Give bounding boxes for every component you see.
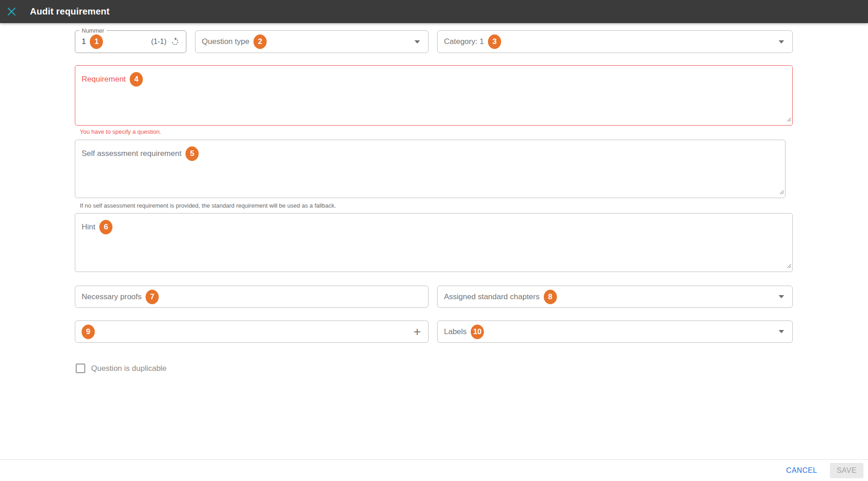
resize-grip-icon[interactable] (786, 262, 791, 271)
question-duplicable-label: Question is duplicable (91, 364, 166, 373)
footer-actions: CANCEL SAVE (780, 460, 863, 481)
category-select[interactable]: Category: 1 3 (437, 30, 793, 53)
add-entry-input[interactable]: 9 + (75, 321, 429, 343)
som-badge-10: 10 (471, 325, 484, 339)
hint-textarea[interactable]: Hint 6 (75, 213, 793, 272)
chevron-down-icon (779, 330, 784, 333)
resize-grip-icon[interactable] (779, 188, 784, 197)
requirement-label: Requirement (82, 75, 126, 84)
assigned-standard-chapters-label: Assigned standard chapters (444, 292, 540, 301)
chevron-down-icon (414, 40, 420, 44)
question-type-select[interactable]: Question type 2 (195, 30, 429, 53)
self-assessment-textarea[interactable]: Self assessment requirement 5 (75, 140, 785, 198)
dialog-title: Audit requirement (30, 6, 110, 17)
plus-icon[interactable]: + (414, 326, 421, 338)
category-label: Category: 1 (444, 37, 484, 46)
som-badge-8: 8 (544, 290, 557, 304)
nummer-field[interactable]: Nummer 1 1 (1-1) (75, 30, 186, 53)
resize-grip-icon[interactable] (786, 115, 791, 124)
requirement-error-text: You have to specify a question. (80, 128, 161, 135)
self-assessment-helper-text: If no self assessment requirement is pro… (80, 202, 336, 209)
som-badge-5: 5 (185, 146, 199, 161)
necessary-proofs-input[interactable]: Necessary proofs 7 (75, 286, 429, 308)
hint-label: Hint (82, 223, 95, 232)
assigned-standard-chapters-select[interactable]: Assigned standard chapters 8 (437, 286, 793, 308)
close-icon[interactable] (6, 7, 16, 17)
som-badge-3: 3 (488, 34, 501, 49)
refresh-icon[interactable] (171, 37, 180, 46)
save-button[interactable]: SAVE (830, 463, 863, 478)
som-badge-2: 2 (254, 34, 267, 49)
cancel-button[interactable]: CANCEL (780, 463, 824, 478)
labels-label: Labels (444, 327, 467, 336)
som-badge-9: 9 (82, 325, 95, 339)
nummer-label: Nummer (79, 27, 107, 34)
som-badge-6: 6 (99, 220, 112, 234)
labels-select[interactable]: Labels 10 (437, 321, 793, 343)
footer-divider (0, 459, 868, 460)
question-type-label: Question type (202, 37, 249, 46)
question-duplicable-row: Question is duplicable (76, 364, 166, 373)
chevron-down-icon (779, 295, 784, 298)
dialog-header: Audit requirement (0, 0, 868, 23)
self-assessment-label: Self assessment requirement (82, 149, 181, 158)
nummer-value: 1 (82, 37, 86, 46)
requirement-textarea[interactable]: Requirement 4 (75, 65, 793, 126)
som-badge-7: 7 (146, 290, 159, 304)
question-duplicable-checkbox[interactable] (76, 364, 85, 373)
necessary-proofs-label: Necessary proofs (82, 292, 141, 301)
nummer-range-hint: (1-1) (151, 38, 166, 46)
som-badge-1: 1 (90, 34, 103, 49)
som-badge-4: 4 (130, 72, 143, 87)
chevron-down-icon (779, 40, 784, 44)
